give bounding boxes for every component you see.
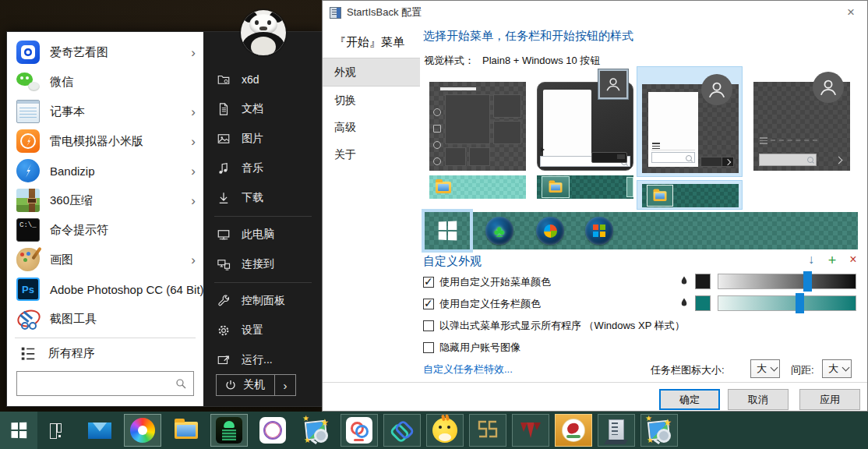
option-custom-startmenu-color[interactable]: 使用自定义开始菜单颜色 xyxy=(423,275,551,289)
taskbar-orange-logo-app-button[interactable] xyxy=(555,414,592,447)
start-menu-item-360zip[interactable]: 360压缩 › xyxy=(7,186,203,215)
this-pc-item[interactable]: 此电脑 xyxy=(203,220,323,249)
taskbar-red-arrows-app-button[interactable] xyxy=(512,414,549,447)
icon-size-value: 大 xyxy=(757,362,767,376)
taskbar-thumb-plain8-selected[interactable] xyxy=(637,180,743,210)
taskbar-preview-windows10[interactable] xyxy=(429,175,526,199)
spacing-dropdown[interactable]: 大 xyxy=(822,359,852,378)
shutdown-button[interactable]: 关机 xyxy=(216,374,275,396)
taskbar-circle-app-button[interactable] xyxy=(254,412,291,449)
apply-button[interactable]: 应用 xyxy=(799,389,860,410)
start-menu-item-wechat[interactable]: 微信 xyxy=(7,67,203,97)
photos-stars-icon: ★★★ xyxy=(645,416,673,444)
sidebar-item-appearance[interactable]: 外观 xyxy=(323,58,420,87)
taskbar-chain-app-button[interactable] xyxy=(383,414,421,447)
cancel-button[interactable]: 取消 xyxy=(728,389,789,410)
taskbar-circles-app-button[interactable] xyxy=(340,414,378,447)
start-menu-item-leidian[interactable]: 雷电模拟器小米版 › xyxy=(7,126,203,156)
this-pc-icon xyxy=(217,228,231,242)
item-label: x6d xyxy=(242,73,259,86)
checkbox-unchecked[interactable] xyxy=(423,320,434,331)
style-thumb-aero[interactable] xyxy=(537,68,633,199)
taskbar-preview-plain8[interactable] xyxy=(642,184,739,207)
clover-orb-icon[interactable]: ♣ xyxy=(485,217,513,245)
search-input[interactable] xyxy=(23,377,175,391)
music-item[interactable]: 音乐 xyxy=(203,154,323,183)
slider-handle[interactable] xyxy=(803,271,812,292)
shutdown-label: 关机 xyxy=(243,378,265,392)
start-menu-search-box[interactable] xyxy=(16,371,194,396)
taskbar-color-swatch[interactable] xyxy=(695,295,711,311)
taskbar-photos2-button[interactable]: ★★★ xyxy=(640,414,678,447)
windows-colored-flag-orb-icon[interactable] xyxy=(585,217,613,245)
start-button-style-windows10-selected[interactable] xyxy=(422,209,473,253)
start-menu-item-paint[interactable]: 画图 › xyxy=(7,245,203,274)
windows-7-orb-icon[interactable] xyxy=(536,217,564,245)
download-theme-icon[interactable]: ↓ xyxy=(803,253,819,267)
droplet-icon[interactable] xyxy=(679,274,690,287)
sidebar-item-about[interactable]: 关于 xyxy=(323,141,420,168)
taskbar-ss-app-button[interactable] xyxy=(469,414,506,447)
item-label: 连接到 xyxy=(242,257,274,271)
control-panel-item[interactable]: 控制面板 xyxy=(203,286,323,316)
style-thumb-plain8-selected[interactable] xyxy=(637,66,743,177)
style-thumb-windows10[interactable] xyxy=(429,68,526,199)
taskbar-chick-app-button[interactable] xyxy=(426,414,464,447)
icon-size-dropdown[interactable]: 大 xyxy=(750,359,780,378)
start-menu-item-notepad[interactable]: 记事本 › xyxy=(7,97,203,126)
start-menu-item-snipping-tool[interactable]: 截图工具 xyxy=(7,304,203,334)
all-programs-button[interactable]: 所有程序 xyxy=(7,340,203,366)
documents-item[interactable]: 文档 xyxy=(203,94,323,124)
downloads-item[interactable]: 下载 xyxy=(203,183,323,213)
run-item[interactable]: 运行... xyxy=(203,345,323,375)
user-folder-item[interactable]: x6d xyxy=(203,65,323,94)
sidebar-item-switching[interactable]: 切换 xyxy=(323,87,420,114)
style-preview-aero[interactable] xyxy=(537,76,633,171)
taskbar-android-emulator-button[interactable] xyxy=(210,414,248,447)
checkbox-checked[interactable] xyxy=(423,277,434,288)
checkbox-checked[interactable] xyxy=(423,299,434,309)
option-xp-style-all-programs[interactable]: 以弹出式菜单形式显示所有程序 （Windows XP 样式） xyxy=(423,319,685,333)
dialog-titlebar[interactable]: StartIsBack 配置 × xyxy=(323,1,867,24)
taskbar-browser-button[interactable] xyxy=(124,414,161,447)
submenu-arrow-icon: › xyxy=(191,46,196,59)
taskbar-explorer-button[interactable] xyxy=(168,412,205,449)
droplet-icon[interactable] xyxy=(679,296,690,309)
checkbox-unchecked[interactable] xyxy=(423,342,434,353)
startmenu-color-swatch[interactable] xyxy=(695,274,711,289)
taskbar-task-view-button[interactable] xyxy=(37,412,75,449)
style-thumb-plain-dark[interactable] xyxy=(753,68,850,171)
taskbar-start-button[interactable] xyxy=(0,412,37,449)
control-panel-icon xyxy=(217,294,231,308)
user-avatar[interactable] xyxy=(241,10,286,55)
taskbar-server-app-button[interactable] xyxy=(598,414,635,447)
ok-button[interactable]: 确定 xyxy=(659,389,720,410)
close-button[interactable]: × xyxy=(834,1,867,24)
sidebar-item-advanced[interactable]: 高级 xyxy=(323,114,420,141)
option-custom-taskbar-color[interactable]: 使用自定义任务栏颜色 xyxy=(423,297,541,311)
style-preview-plain-dark[interactable] xyxy=(753,82,850,171)
startmenu-color-slider[interactable] xyxy=(718,274,856,289)
style-preview-plain8[interactable] xyxy=(642,84,739,173)
start-menu-item-photoshop[interactable]: Adobe Photoshop CC (64 Bit) › xyxy=(7,274,203,304)
android-emulator-icon xyxy=(216,417,242,444)
style-preview-windows10[interactable] xyxy=(429,82,526,171)
ok-label: 确定 xyxy=(679,393,700,407)
item-label: 下载 xyxy=(242,191,263,205)
taskbar-mail-button[interactable] xyxy=(81,412,118,449)
taskbar-photos-button[interactable]: ★★★ xyxy=(298,412,335,449)
slider-handle[interactable] xyxy=(796,293,804,313)
taskbar-color-slider[interactable] xyxy=(718,295,856,311)
pictures-item[interactable]: 图片 xyxy=(203,124,323,154)
start-menu-item-bandizip[interactable]: Bandizip › xyxy=(7,156,203,186)
shutdown-options-button[interactable]: › xyxy=(275,374,296,396)
settings-item[interactable]: 设置 xyxy=(203,316,323,345)
connect-to-item[interactable]: 连接到 xyxy=(203,249,323,279)
option-hide-user-avatar[interactable]: 隐藏用户账号图像 xyxy=(423,341,520,355)
taskbar-preview-aero[interactable] xyxy=(537,175,633,199)
start-menu-item-iqiyi[interactable]: 爱奇艺看图 › xyxy=(7,37,203,67)
remove-theme-icon[interactable]: × xyxy=(845,253,861,267)
add-theme-icon[interactable]: + xyxy=(824,253,840,269)
start-menu-item-cmd[interactable]: 命令提示符 xyxy=(7,215,203,245)
item-label: 360压缩 xyxy=(50,193,93,208)
